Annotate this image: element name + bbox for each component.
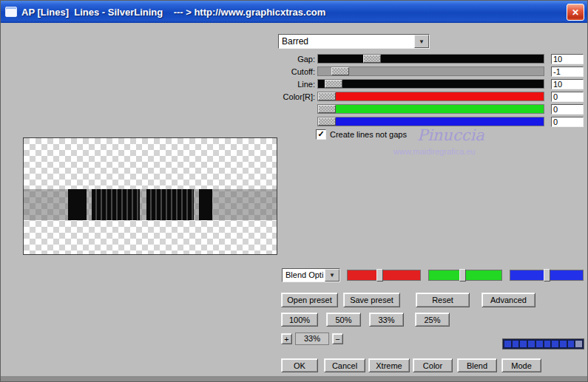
zoom-25-button[interactable]: 25% [415,313,450,327]
zoom-50-button[interactable]: 50% [326,313,361,327]
title-bar: AP [Lines] Lines - SilverLining --- > ht… [1,1,587,23]
close-icon: ✕ [572,7,579,18]
mode-button[interactable]: Mode [501,358,541,372]
pattern-dropdown[interactable]: Barred ▼ [278,34,430,49]
blue-channel-slider[interactable] [510,270,584,281]
zoom-out-button[interactable]: − [332,333,343,344]
blend-button[interactable]: Blend [457,358,497,372]
reset-button[interactable]: Reset [416,293,470,307]
chevron-down-icon[interactable]: ▼ [414,35,429,48]
preview-bar [199,189,212,220]
progress-segment [520,341,527,347]
watermark-name: Pinuccia [417,126,484,144]
xtreme-button[interactable]: Xtreme [368,358,410,372]
green-channel-thumb[interactable] [459,269,466,282]
zoom-33-button[interactable]: 33% [369,313,404,327]
slider-row-cutoff: Cutoff: -1 [278,66,586,77]
plugin-window: AP [Lines] Lines - SilverLining --- > ht… [0,0,588,382]
slider-row-color-r: Color[R]: 0 [278,91,586,102]
zoom-in-button[interactable]: + [281,333,292,344]
slider-row-line: Line: 10 [278,78,586,89]
checkmark-icon[interactable]: ✓ [316,129,326,140]
window-bottom-edge [1,376,587,381]
cutoff-slider-thumb[interactable] [331,67,349,75]
create-lines-checkbox[interactable]: ✓ Create lines not gaps [316,129,407,140]
preview-band [24,189,277,220]
gap-slider-track[interactable] [317,54,544,64]
cutoff-label: Cutoff: [278,67,317,76]
color-r-value-field[interactable]: 0 [551,92,584,102]
preview-bar-group [92,189,140,220]
save-preset-button[interactable]: Save preset [343,293,400,307]
color-b-slider-thumb[interactable] [318,117,336,126]
preview-canvas[interactable] [23,137,277,255]
color-b-value-field[interactable]: 0 [551,117,584,127]
watermark-url: www.maidiregrafica.eu [393,147,476,156]
color-g-value-field[interactable]: 0 [551,104,584,115]
pattern-dropdown-value: Barred [279,35,414,48]
slider-row-color-b: 0 [278,116,586,127]
chevron-down-icon[interactable]: ▼ [325,269,339,282]
color-button[interactable]: Color [413,358,453,372]
green-channel-slider[interactable] [428,270,502,281]
color-g-slider-thumb[interactable] [318,105,336,113]
ok-button[interactable]: OK [281,358,318,372]
progress-segment [536,341,543,347]
close-button[interactable]: ✕ [567,4,584,21]
color-g-slider-track[interactable] [317,104,544,114]
progress-segment [513,341,519,347]
cutoff-value-field[interactable]: -1 [551,66,584,77]
advanced-button[interactable]: Advanced [481,293,535,307]
blue-channel-thumb[interactable] [544,269,550,282]
preview-bar [68,189,87,220]
red-channel-slider[interactable] [347,270,421,281]
create-lines-checkbox-label: Create lines not gaps [330,130,407,139]
line-slider-thumb[interactable] [325,80,342,88]
color-r-slider-track[interactable] [317,92,544,101]
color-r-slider-thumb[interactable] [318,92,336,100]
progress-segment [528,341,535,347]
blend-options-dropdown[interactable]: Blend Opti ▼ [282,268,340,282]
line-label: Line: [278,80,317,89]
red-channel-thumb[interactable] [376,269,383,282]
blend-options-value: Blend Opti [283,269,325,282]
line-slider-track[interactable] [317,79,544,89]
color-b-slider-track[interactable] [317,117,544,126]
progress-bar [502,338,584,349]
zoom-level-display: 33% [295,332,329,345]
gap-label: Gap: [278,55,317,64]
progress-segment [544,341,551,347]
preview-bar-group [146,189,194,220]
open-preset-button[interactable]: Open preset [281,293,338,307]
slider-row-color-g: 0 [278,103,586,115]
progress-segment [560,341,567,347]
cancel-button[interactable]: Cancel [324,358,365,372]
gap-value-field[interactable]: 10 [551,54,584,64]
color-r-label: Color[R]: [278,92,317,101]
line-value-field[interactable]: 10 [551,79,584,89]
progress-segment [575,341,582,347]
slider-row-gap: Gap: 10 [278,53,586,64]
gap-slider-thumb[interactable] [363,55,381,63]
window-title: AP [Lines] Lines - SilverLining --- > ht… [21,7,325,18]
progress-segment [568,341,575,347]
progress-segment [552,341,558,347]
cutoff-slider-track[interactable] [317,66,544,76]
window-icon [5,7,17,17]
progress-segment [504,341,511,347]
zoom-100-button[interactable]: 100% [281,313,318,327]
